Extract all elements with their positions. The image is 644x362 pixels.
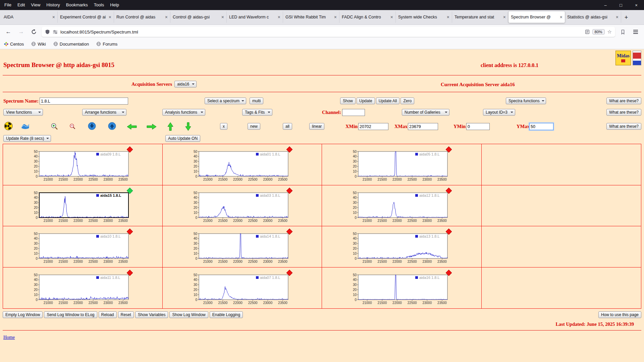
reload-button[interactable]: Reload <box>99 311 117 318</box>
gallery-cell-aida03[interactable]: 2100021500220002250023000235000102030405… <box>163 185 322 227</box>
close-button[interactable]: × <box>629 0 644 10</box>
reset-button[interactable]: Reset <box>118 311 134 318</box>
tab-led-and-waveform-c[interactable]: LED and Waveform c× <box>227 11 283 23</box>
zoom-in-icon[interactable] <box>50 122 58 130</box>
bookmark-wiki[interactable]: Wiki <box>31 42 46 47</box>
gallery-cell-aida05[interactable]: 2100021500220002250023000235000102030405… <box>322 144 482 185</box>
new-tab-button[interactable]: + <box>621 12 631 22</box>
tab-close-icon[interactable]: × <box>334 15 337 19</box>
spectrum-plot[interactable]: 2100021500220002250023000235000102030405… <box>343 187 457 223</box>
tab-close-icon[interactable]: × <box>616 15 619 19</box>
gallery-cell-aida09[interactable]: 2100021500220002250023000235000102030405… <box>3 144 163 185</box>
spectrum-plot[interactable]: 2100021500220002250023000235000102030405… <box>24 146 138 182</box>
spectrum-plot[interactable]: 2100021500220002250023000235000102030405… <box>183 187 298 223</box>
ymax-input[interactable] <box>529 123 553 130</box>
tab-close-icon[interactable]: × <box>165 15 168 19</box>
tab-control-aidas-gsi[interactable]: Control @ aidas-gsi× <box>170 11 227 23</box>
x-button[interactable]: x <box>220 123 227 130</box>
update-button[interactable]: Update <box>357 98 375 104</box>
tab-close-icon[interactable]: × <box>503 15 506 19</box>
tab-close-icon[interactable]: × <box>560 15 562 19</box>
url-bar[interactable]: localhost:8015/Spectrum/Spectrum.tml 80%… <box>42 27 615 37</box>
tab-gsi-white-rabbit-tim[interactable]: GSI White Rabbit Tim× <box>283 11 339 23</box>
tab-close-icon[interactable]: × <box>278 15 280 19</box>
acquisition-server-select[interactable]: aida16 <box>174 81 197 87</box>
zero-button[interactable]: Zero <box>400 98 414 104</box>
spectrum-plot[interactable]: 2100021500220002250023000235000102030405… <box>183 269 298 305</box>
tab-experiment-control-ai[interactable]: Experiment Control @ ai× <box>58 11 114 23</box>
spectrum-plot[interactable]: 2100021500220002250023000235000102030405… <box>343 146 457 182</box>
menu-bookmarks[interactable]: Bookmarks <box>63 0 91 10</box>
arrange-functions-dropdown[interactable]: Arrange functions <box>82 109 126 116</box>
menu-help[interactable]: Help <box>107 0 122 10</box>
send-log-window-to-elog-button[interactable]: Send Log Window to ELog <box>44 311 97 318</box>
scroll-up-icon[interactable] <box>108 122 116 130</box>
what-are-these-button[interactable]: What are these? <box>606 123 641 130</box>
menu-view[interactable]: View <box>28 0 43 10</box>
all-button[interactable]: all <box>283 123 292 130</box>
spectrum-plot[interactable]: 2100021500220002250023000235000102030405… <box>343 269 457 305</box>
minimize-button[interactable]: – <box>598 0 613 10</box>
tab-system-wide-checks[interactable]: System wide Checks× <box>396 11 452 23</box>
tab-run-control-aidas[interactable]: Run Control @ aidas× <box>114 11 170 23</box>
maximize-button[interactable]: □ <box>613 0 629 10</box>
bookmark-centos[interactable]: Centos <box>4 42 24 47</box>
update-rate-dropdown[interactable]: Update Rate (8 secs) <box>3 135 51 142</box>
gallery-cell-aida14[interactable]: 2100021500220002250023000235000102030405… <box>163 226 322 267</box>
how-to-use-button[interactable]: How to use this page <box>598 311 641 318</box>
gallery-cell-aida16[interactable]: 2100021500220002250023000235000102030405… <box>322 267 482 309</box>
view-functions-dropdown[interactable]: View functions <box>3 109 43 116</box>
spectrum-plot[interactable]: 2100021500220002250023000235000102030405… <box>24 269 138 305</box>
ymin-input[interactable] <box>466 123 490 130</box>
menu-button[interactable] <box>631 27 641 37</box>
arrow-right-icon[interactable] <box>147 124 157 130</box>
gallery-cell-aida11[interactable]: 2100021500220002250023000235000102030405… <box>3 267 163 309</box>
tab-spectrum-browser[interactable]: Spectrum Browser @× <box>508 11 565 23</box>
scroll-down-icon[interactable] <box>88 122 96 130</box>
menu-edit[interactable]: Edit <box>14 0 28 10</box>
zoom-indicator[interactable]: 80% <box>592 29 605 35</box>
shield-icon[interactable] <box>45 29 50 35</box>
zoom-out-icon[interactable] <box>69 123 76 130</box>
back-button[interactable]: ← <box>3 27 13 37</box>
arrow-up-icon[interactable] <box>167 122 173 131</box>
xmin-input[interactable] <box>358 123 388 130</box>
menu-history[interactable]: History <box>43 0 63 10</box>
spectrum-plot[interactable]: 2100021500220002250023000235000102030405… <box>183 146 298 182</box>
save-page-icon[interactable] <box>618 27 628 37</box>
menu-tools[interactable]: Tools <box>91 0 107 10</box>
auto-update-button[interactable]: Auto Update ON <box>165 135 200 142</box>
tab-close-icon[interactable]: × <box>221 15 224 19</box>
linear-button[interactable]: linear <box>309 123 324 130</box>
radiation-icon[interactable] <box>4 122 13 130</box>
gallery-cell-aida10[interactable]: 2100021500220002250023000235000102030405… <box>3 226 163 267</box>
show-variables-button[interactable]: Show Variables <box>135 311 168 318</box>
show-log-window-button[interactable]: Show Log Window <box>169 311 208 318</box>
tab-close-icon[interactable]: × <box>447 15 449 19</box>
tab-aida[interactable]: AIDA× <box>1 11 58 23</box>
arrow-left-icon[interactable] <box>127 124 137 130</box>
layout-id-dropdown[interactable]: Layout ID=3 <box>483 109 515 116</box>
gallery-cell-aida13[interactable]: 2100021500220002250023000235000102030405… <box>322 226 482 267</box>
tab-statistics-aidas-gsi[interactable]: Statistics @ aidas-gsi× <box>565 11 621 23</box>
number-of-galleries-dropdown[interactable]: Number of Galleries <box>402 109 449 116</box>
tags-fits-dropdown[interactable]: Tags & Fits <box>242 109 272 116</box>
spectrum-name-input[interactable] <box>40 98 128 105</box>
permissions-icon[interactable] <box>53 29 58 35</box>
gallery-cell-aida15[interactable]: 2100021500220002250023000235000102030405… <box>3 185 163 227</box>
spectrum-plot[interactable]: 2100021500220002250023000235000102030405… <box>343 228 457 264</box>
update-all-button[interactable]: Update All <box>376 98 400 104</box>
analysis-functions-dropdown[interactable]: Analysis functions <box>162 109 205 116</box>
gallery-cell-aida01[interactable]: 2100021500220002250023000235000102030405… <box>163 144 322 185</box>
tab-close-icon[interactable]: × <box>390 15 393 19</box>
select-a-spectrum-dropdown[interactable]: Select a spectrum <box>205 98 246 104</box>
bookmark-star-icon[interactable]: ☆ <box>607 29 612 35</box>
tab-fadc-align-contro[interactable]: FADC Align & Contro× <box>339 11 396 23</box>
empty-log-window-button[interactable]: Empty Log Window <box>3 311 43 318</box>
multi-button[interactable]: multi <box>250 98 263 104</box>
tab-close-icon[interactable]: × <box>52 15 55 19</box>
bookmark-documentation[interactable]: Documentation <box>53 42 89 47</box>
enable-logging-button[interactable]: Enable Logging <box>210 311 243 318</box>
bookmark-forums[interactable]: Forums <box>96 42 117 47</box>
what-are-these-button[interactable]: What are these? <box>606 98 641 104</box>
